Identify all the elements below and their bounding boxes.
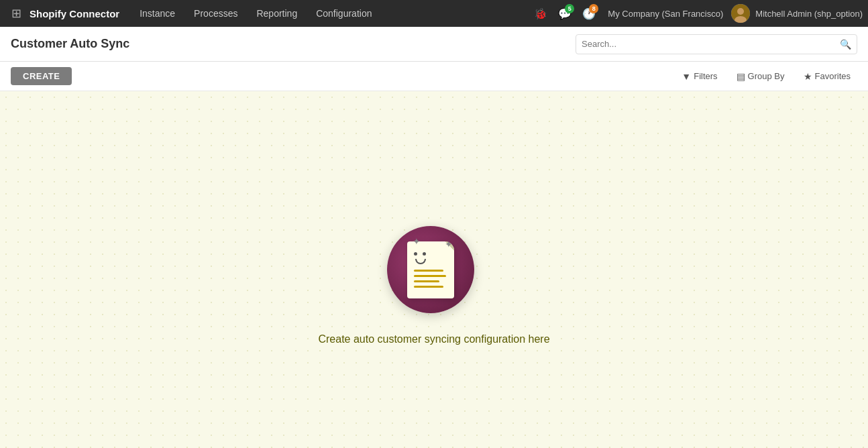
- doc-circle: ✦ ✦: [387, 226, 474, 313]
- svg-point-1: [737, 8, 744, 15]
- app-brand: Shopify Connector: [27, 8, 119, 19]
- empty-state: ✦ ✦ Create auto customer syncing co: [318, 226, 549, 345]
- company-name[interactable]: My Company (San Francisco): [602, 9, 728, 19]
- bug-icon-btn[interactable]: 🐞: [530, 3, 551, 24]
- filters-button[interactable]: ▼ Filters: [675, 68, 724, 85]
- doc-line-2: [414, 275, 446, 277]
- nav-processes[interactable]: Processes: [184, 0, 247, 27]
- create-button[interactable]: CREATE: [11, 67, 72, 85]
- doc-smile: [415, 259, 426, 264]
- search-icon[interactable]: 🔍: [840, 39, 851, 50]
- bug-icon: 🐞: [534, 7, 547, 20]
- toolbar: CREATE ▼ Filters ▤ Group By ★ Favorites: [0, 62, 868, 91]
- top-navigation: ⊞ Shopify Connector Instance Processes R…: [0, 0, 868, 27]
- doc-eye-right: [423, 252, 426, 256]
- empty-state-message[interactable]: Create auto customer syncing configurati…: [318, 333, 549, 345]
- toolbar-right: ▼ Filters ▤ Group By ★ Favorites: [675, 68, 857, 85]
- topnav-right-area: 🐞 💬 5 🕐 8 My Company (San Francisco) Mit…: [530, 3, 863, 24]
- search-input[interactable]: [582, 39, 840, 49]
- clock-icon-btn[interactable]: 🕐 8: [578, 3, 600, 24]
- username[interactable]: Mitchell Admin (shp_option): [755, 9, 863, 19]
- groupby-icon: ▤: [737, 71, 745, 82]
- doc-eye-left: [414, 252, 417, 256]
- doc-line-1: [414, 270, 443, 272]
- nav-configuration[interactable]: Configuration: [307, 0, 381, 27]
- favorites-button[interactable]: ★ Favorites: [797, 68, 857, 85]
- apps-grid-icon[interactable]: ⊞: [5, 3, 27, 24]
- doc-line-4: [414, 286, 443, 288]
- search-bar: 🔍: [576, 34, 857, 54]
- subheader: Customer Auto Sync 🔍: [0, 27, 868, 62]
- doc-line-3: [414, 280, 439, 282]
- sparkle-right-icon: ✦: [445, 239, 453, 249]
- page-title: Customer Auto Sync: [11, 37, 567, 51]
- star-icon: ★: [804, 71, 812, 82]
- user-avatar: [731, 4, 750, 23]
- clock-badge: 8: [589, 4, 598, 13]
- doc-eyes: [414, 252, 426, 256]
- chat-icon-btn[interactable]: 💬 5: [554, 3, 576, 24]
- empty-illustration: ✦ ✦: [387, 226, 481, 320]
- main-content: ✦ ✦ Create auto customer syncing co: [0, 91, 868, 448]
- nav-reporting[interactable]: Reporting: [247, 0, 307, 27]
- chat-badge: 5: [565, 4, 574, 13]
- filter-icon: ▼: [682, 71, 691, 82]
- groupby-button[interactable]: ▤ Group By: [730, 68, 792, 85]
- sparkle-left-icon: ✦: [413, 236, 421, 247]
- nav-instance[interactable]: Instance: [130, 0, 184, 27]
- doc-paper: ✦ ✦: [407, 241, 454, 298]
